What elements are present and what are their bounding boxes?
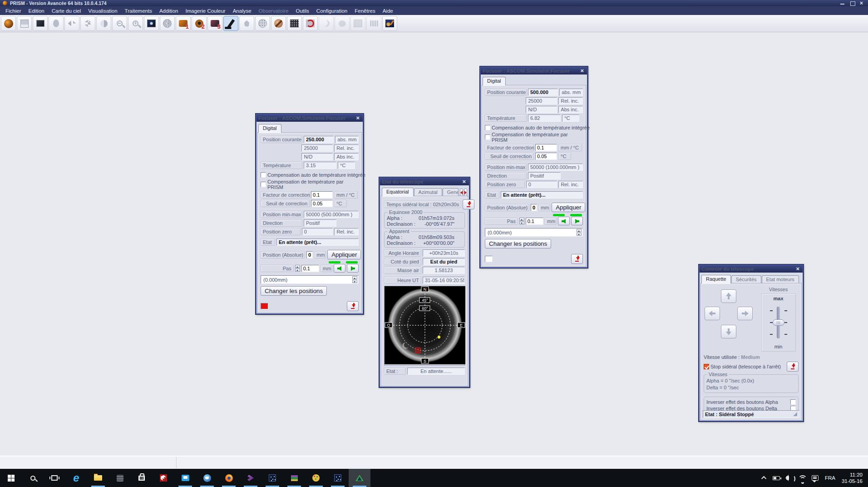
battery-icon[interactable] [773, 476, 780, 480]
image-edit-button[interactable] [33, 16, 48, 31]
crescent-button[interactable] [319, 16, 334, 31]
image-inspect-button[interactable] [144, 16, 159, 31]
close-icon[interactable]: × [794, 266, 801, 272]
pas-input[interactable]: 0.1 [526, 218, 543, 225]
sync-button[interactable] [303, 16, 318, 31]
menu-item-outils[interactable]: Outils [292, 7, 312, 15]
tab-securites[interactable]: Sécurités [731, 275, 761, 283]
park-button[interactable] [571, 254, 583, 264]
menu-item-imagerie-couleur[interactable]: Imagerie Couleur [182, 7, 229, 15]
menu-item-edition[interactable]: Edition [25, 7, 48, 15]
changer-positions-button[interactable]: Changer les positions [485, 239, 551, 248]
tab-azimutal[interactable]: Azimutal [414, 188, 442, 196]
menu-item-configuration[interactable]: Configuration [313, 7, 351, 15]
menu-item-fenêtres[interactable]: Fenêtres [351, 7, 379, 15]
taskbar-prism-button[interactable] [349, 469, 370, 487]
taskbar-winrar-button[interactable] [283, 469, 305, 487]
menu-item-analyse[interactable]: Analyse [229, 7, 255, 15]
menu-item-visualisation[interactable]: Visualisation [84, 7, 121, 15]
taskbar-task-view-button[interactable] [44, 469, 65, 487]
move-out-button[interactable] [334, 264, 345, 273]
tab-raquette[interactable]: Raquette [701, 275, 731, 283]
planet-button[interactable] [1, 16, 16, 31]
close-icon[interactable]: × [355, 115, 361, 121]
facteur-input[interactable]: 0.1 [311, 191, 333, 199]
comp-prism-checkbox[interactable] [485, 134, 490, 140]
menu-item-aide[interactable]: Aide [379, 7, 397, 15]
taskbar-dragon-app-button[interactable] [153, 469, 174, 487]
taskbar-notes-app-button[interactable] [109, 469, 131, 487]
inverse-alpha-checkbox[interactable] [790, 399, 796, 405]
resize-grip[interactable] [793, 412, 797, 416]
taskbar-sky-chart-button[interactable] [261, 469, 283, 487]
language-indicator[interactable]: FRA [825, 475, 835, 481]
move-in-button[interactable] [347, 264, 359, 273]
minimize-button[interactable] [840, 1, 845, 5]
rotate-button[interactable] [96, 16, 111, 31]
camera-1-button[interactable]: 1 [176, 16, 191, 31]
maximize-button[interactable] [850, 1, 855, 5]
slider-thumb[interactable] [773, 319, 784, 326]
zoom-in-button[interactable] [128, 16, 143, 31]
taskbar-search-button[interactable] [22, 469, 44, 487]
seuil-input[interactable]: 0.05 [535, 153, 557, 160]
slew-west-button[interactable] [705, 307, 720, 320]
tab-geneurs[interactable]: Geneurs [443, 188, 459, 196]
taskbar-firefox-button[interactable] [218, 469, 240, 487]
appliquer-button[interactable]: Appliquer [552, 203, 585, 212]
histogram-button[interactable] [366, 16, 381, 31]
taskbar-sky-chart-2-button[interactable] [327, 469, 349, 487]
dish-wrench-button[interactable] [271, 16, 286, 31]
menu-item-carte-du-ciel[interactable]: Carte du ciel [48, 7, 85, 15]
taskbar-visual-studio-button[interactable] [240, 469, 261, 487]
robot-arm-button[interactable] [382, 16, 397, 31]
save-button[interactable] [17, 16, 32, 31]
flat-field-button[interactable] [160, 16, 175, 31]
park-button[interactable] [347, 301, 359, 311]
taskbar-store-button[interactable] [131, 469, 153, 487]
menu-item-observatoire[interactable]: Observatoire [255, 7, 292, 15]
taskbar-start-button[interactable] [0, 469, 22, 487]
slew-north-button[interactable] [721, 289, 736, 303]
camera-3-button[interactable]: 3 [207, 16, 222, 31]
stop-sideral-checkbox[interactable] [704, 364, 709, 369]
move-out-button[interactable] [558, 217, 570, 225]
position-absolue-input[interactable]: 0 [306, 251, 313, 258]
preset-stepper[interactable] [577, 229, 582, 236]
position-absolue-input[interactable]: 0 [531, 204, 537, 211]
dome-drop-button[interactable] [239, 16, 254, 31]
blank-button[interactable] [350, 16, 365, 31]
slew-east-button[interactable] [737, 307, 753, 320]
close-icon[interactable]: × [461, 179, 467, 184]
comp-prism-checkbox[interactable] [261, 182, 266, 187]
seuil-input[interactable]: 0.05 [311, 200, 333, 207]
menu-item-fichier[interactable]: Fichier [2, 7, 25, 15]
main-titlebar[interactable]: PRISM - Version Avancée 64 bits 10.0.4.1… [0, 0, 868, 6]
park-button[interactable] [787, 362, 799, 372]
preset-combo[interactable]: (0.000mm) [485, 228, 583, 237]
window-titlebar[interactable]: Focuser : ASCOM.Simulator.Focuser × [481, 67, 587, 75]
telescope-button[interactable] [223, 16, 238, 31]
tab-digital[interactable]: Digital [258, 124, 281, 133]
tab-etat-moteurs[interactable]: Etat moteurs [762, 275, 799, 283]
pas-stepper[interactable] [519, 218, 524, 224]
close-button[interactable]: × [860, 1, 865, 5]
tab-digital[interactable]: Digital [483, 77, 506, 85]
taskbar-file-explorer-button[interactable] [87, 469, 109, 487]
mask-button[interactable] [335, 16, 350, 31]
notifications-icon[interactable] [812, 475, 819, 481]
volume-icon[interactable] [786, 476, 789, 480]
pas-input[interactable]: 0.1 [301, 265, 319, 272]
preset-combo[interactable]: (0.000mm) [261, 275, 359, 284]
window-titlebar[interactable]: Focuser : ASCOM.Simulator.Focuser × [256, 114, 363, 122]
taskbar-thunderbird-button[interactable] [196, 469, 218, 487]
wifi-icon[interactable] [798, 475, 805, 481]
window-titlebar[interactable]: Etat du télescope × [380, 178, 469, 185]
menu-item-traitements[interactable]: Traitements [121, 7, 156, 15]
preset-stepper[interactable] [352, 276, 357, 283]
appliquer-button[interactable]: Appliquer [327, 250, 361, 259]
flip-vertical-button[interactable] [80, 16, 95, 31]
changer-positions-button[interactable]: Changer les positions [261, 286, 327, 296]
taskbar-palette-app-button[interactable] [305, 469, 327, 487]
comp-auto-checkbox[interactable] [485, 125, 490, 130]
